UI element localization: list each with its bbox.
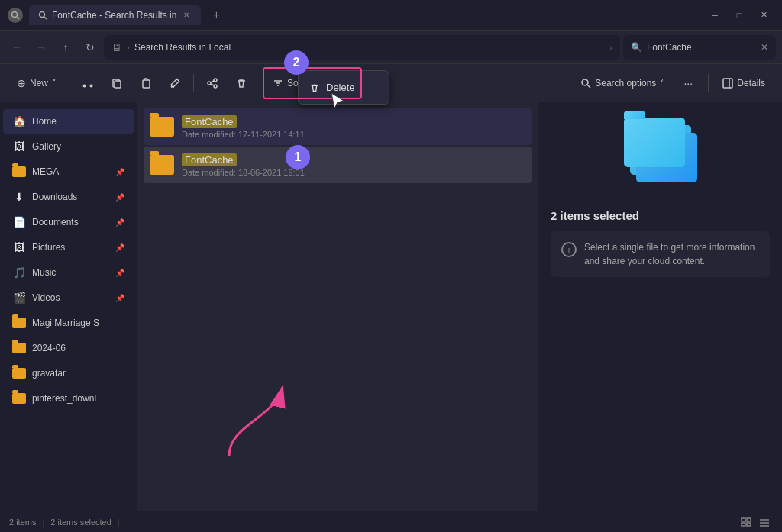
sidebar-magi-label: Magi Marriage S bbox=[32, 318, 124, 328]
toolbar-right: Search options ˅ ··· Details bbox=[573, 69, 773, 97]
sidebar-item-videos[interactable]: 🎬 Videos 📌 bbox=[3, 285, 134, 310]
grid-view-button[interactable] bbox=[756, 514, 773, 530]
sidebar-item-pinterest[interactable]: pinterest_downl bbox=[3, 386, 134, 411]
paste-button[interactable] bbox=[132, 69, 160, 97]
window-controls: ─ □ ✕ bbox=[704, 5, 774, 26]
sidebar-2024-label: 2024-06 bbox=[32, 343, 124, 353]
address-chevron: › bbox=[609, 43, 612, 52]
title-bar: FontCache - Search Results in ✕ + ─ □ ✕ bbox=[0, 0, 782, 31]
downloads-pin-icon: 📌 bbox=[115, 193, 124, 202]
pictures-pin-icon: 📌 bbox=[115, 243, 124, 252]
sidebar-item-mega[interactable]: MEGA 📌 bbox=[3, 160, 134, 184]
gallery-icon: 🖼 bbox=[12, 140, 26, 153]
search-box[interactable]: 🔍 FontCache ✕ bbox=[623, 35, 776, 60]
copy-button[interactable] bbox=[103, 69, 131, 97]
sidebar-item-gallery[interactable]: 🖼 Gallery bbox=[3, 134, 134, 159]
file-row-1[interactable]: FontCache Date modified: 17-11-2021 14:1… bbox=[144, 108, 532, 145]
new-tab-button[interactable]: + bbox=[207, 6, 225, 24]
list-view-button[interactable] bbox=[738, 514, 755, 530]
sidebar-item-pictures[interactable]: 🖼 Pictures 📌 bbox=[3, 235, 134, 260]
main-area: 🏠 Home 🖼 Gallery MEGA 📌 ⬇ Downloads 📌 📄 … bbox=[0, 102, 782, 532]
file-name-1: FontCache bbox=[182, 115, 237, 128]
svg-line-16 bbox=[588, 85, 591, 88]
svg-point-6 bbox=[214, 79, 217, 82]
back-button[interactable]: ← bbox=[6, 37, 27, 58]
toolbar-separator-4 bbox=[708, 74, 709, 92]
downloads-icon: ⬇ bbox=[12, 191, 26, 203]
tab-title: FontCache - Search Results in bbox=[52, 10, 176, 21]
maximize-button[interactable]: □ bbox=[729, 5, 750, 26]
cut-button[interactable] bbox=[74, 69, 102, 97]
sidebar-item-home[interactable]: 🏠 Home bbox=[3, 109, 134, 134]
delete-popup: Delete bbox=[298, 70, 389, 105]
trash-icon bbox=[309, 82, 320, 93]
sidebar-home-label: Home bbox=[32, 116, 124, 127]
details-button[interactable]: Details bbox=[715, 69, 773, 97]
sidebar-documents-label: Documents bbox=[32, 217, 109, 227]
sidebar-item-downloads[interactable]: ⬇ Downloads 📌 bbox=[3, 185, 134, 209]
sidebar-gallery-label: Gallery bbox=[32, 141, 124, 152]
address-bar: ← → ↑ ↻ 🖥 › Search Results in Local › 🔍 … bbox=[0, 31, 782, 64]
delete-popup-item[interactable]: Delete bbox=[299, 76, 389, 99]
sort-icon bbox=[273, 78, 283, 89]
forward-button[interactable]: → bbox=[31, 37, 52, 58]
address-input[interactable]: 🖥 › Search Results in Local › bbox=[104, 35, 620, 60]
file-name-2: FontCache bbox=[182, 153, 237, 166]
sidebar-gravatar-label: gravatar bbox=[32, 368, 124, 379]
music-pin-icon: 📌 bbox=[115, 269, 124, 277]
tab-close-button[interactable]: ✕ bbox=[181, 10, 192, 21]
details-info-text: Select a single file to get more informa… bbox=[584, 240, 759, 268]
mega-folder-icon bbox=[12, 166, 26, 177]
folder-stack-3 bbox=[624, 118, 685, 167]
details-icon bbox=[722, 78, 733, 89]
sidebar: 🏠 Home 🖼 Gallery MEGA 📌 ⬇ Downloads 📌 📄 … bbox=[0, 102, 137, 532]
documents-icon: 📄 bbox=[12, 216, 26, 228]
file-date-1: Date modified: 17-11-2021 14:11 bbox=[182, 130, 525, 139]
svg-rect-22 bbox=[742, 523, 745, 526]
svg-line-3 bbox=[44, 17, 47, 19]
minimize-button[interactable]: ─ bbox=[704, 5, 725, 26]
new-chevron: ˅ bbox=[52, 78, 57, 89]
gravatar-folder-icon bbox=[12, 368, 26, 379]
monitor-icon: 🖥 bbox=[111, 41, 122, 53]
titlebar-search-icon bbox=[8, 8, 23, 23]
active-tab[interactable]: FontCache - Search Results in ✕ bbox=[29, 5, 201, 25]
folder-icon-1 bbox=[150, 117, 174, 137]
details-panel: 2 items selected i Select a single file … bbox=[538, 102, 782, 532]
toolbar: ⊕ New ˅ bbox=[0, 64, 782, 102]
svg-rect-4 bbox=[115, 81, 121, 88]
sidebar-item-documents[interactable]: 📄 Documents 📌 bbox=[3, 210, 134, 234]
file-date-2: Date modified: 18-06-2021 19:01 bbox=[182, 168, 525, 177]
up-button[interactable]: ↑ bbox=[55, 37, 76, 58]
sidebar-item-gravatar[interactable]: gravatar bbox=[3, 361, 134, 385]
sidebar-item-music[interactable]: 🎵 Music 📌 bbox=[3, 260, 134, 285]
more-button[interactable]: ··· bbox=[674, 69, 702, 97]
rename-button[interactable] bbox=[161, 69, 189, 97]
folder-icon-2 bbox=[150, 155, 174, 175]
svg-point-2 bbox=[40, 11, 45, 17]
svg-line-9 bbox=[211, 81, 214, 82]
sidebar-downloads-label: Downloads bbox=[32, 192, 109, 202]
music-icon: 🎵 bbox=[12, 266, 26, 279]
close-button[interactable]: ✕ bbox=[753, 5, 774, 26]
svg-point-15 bbox=[582, 79, 588, 85]
videos-icon: 🎬 bbox=[12, 292, 26, 304]
svg-rect-21 bbox=[747, 518, 751, 521]
details-info-box: i Select a single file to get more infor… bbox=[551, 231, 770, 277]
sidebar-item-2024[interactable]: 2024-06 bbox=[3, 336, 134, 360]
file-row-2[interactable]: FontCache Date modified: 18-06-2021 19:0… bbox=[144, 147, 532, 183]
new-button[interactable]: ⊕ New ˅ bbox=[9, 69, 64, 97]
delete-label: Delete bbox=[326, 82, 355, 93]
sidebar-item-magi[interactable]: Magi Marriage S bbox=[3, 311, 134, 335]
delete-button[interactable] bbox=[228, 69, 255, 97]
status-bar: 2 items | 2 items selected | bbox=[0, 511, 782, 532]
magi-folder-icon bbox=[12, 318, 26, 328]
refresh-button[interactable]: ↻ bbox=[79, 37, 101, 58]
file-info-2: FontCache Date modified: 18-06-2021 19:0… bbox=[182, 153, 525, 177]
search-close-icon[interactable]: ✕ bbox=[761, 42, 768, 53]
search-options-label: Search options bbox=[595, 78, 656, 89]
search-options-button[interactable]: Search options ˅ bbox=[573, 69, 671, 97]
pinterest-folder-icon bbox=[12, 393, 26, 404]
share-button[interactable] bbox=[199, 69, 226, 97]
details-folder-icon-area bbox=[622, 118, 699, 194]
